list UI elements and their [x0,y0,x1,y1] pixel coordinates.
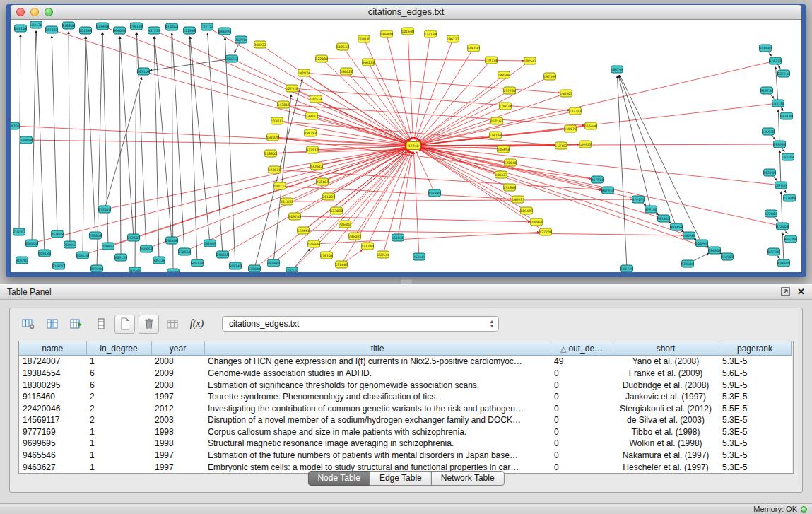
network-edge[interactable] [277,121,407,144]
table-cell[interactable]: 14569117 [19,414,86,426]
table-cell[interactable]: 22420046 [19,402,86,414]
network-edge[interactable] [207,27,408,143]
table-cell[interactable]: 2 [86,414,151,426]
network-edge[interactable] [364,39,411,140]
table-row[interactable]: 969969511998Structural magnetic resonanc… [19,438,791,450]
tab-network-table[interactable]: Network Table [431,471,505,486]
column-header-year[interactable]: year [151,341,204,356]
table-cell[interactable]: Dudbridge et al. (2008) [613,379,719,391]
table-cell[interactable]: 0 [551,414,613,426]
delete-column-icon[interactable] [139,315,159,334]
table-scrollbar[interactable] [792,341,794,473]
table-cell[interactable]: 9463627 [19,461,86,473]
table-cell[interactable]: 9115460 [19,391,86,403]
table-cell[interactable]: 1 [86,461,151,473]
window-titlebar[interactable]: citations_edges.txt [11,5,801,20]
table-cell[interactable]: 18300295 [19,379,86,391]
table-cell[interactable]: 1 [86,356,151,368]
table-cell[interactable]: 0 [551,461,613,473]
table-row[interactable]: 977716911998Corpus callosum shape and si… [19,426,791,438]
tab-edge-table[interactable]: Edge Table [370,471,432,486]
scrollbar-thumb[interactable] [794,343,794,397]
table-cell[interactable]: Tourette syndrome. Phenomenology and cla… [204,391,551,403]
network-edge[interactable] [146,148,408,249]
table-cell[interactable]: 9465546 [19,450,86,462]
network-edge[interactable] [225,37,235,266]
network-edge[interactable] [105,147,407,209]
table-cell[interactable]: 5.3E-5 [719,426,791,438]
table-cell[interactable]: 19384554 [19,368,86,380]
table-cell[interactable]: 9777169 [19,426,86,438]
network-edge[interactable] [83,37,86,255]
table-cell[interactable]: 1997 [151,450,204,462]
close-window-button[interactable] [16,8,25,16]
table-row[interactable]: 911546021997Tourette syndrome. Phenomeno… [19,391,791,403]
network-edge[interactable] [19,35,20,232]
column-header-out-degree[interactable]: △out_de… [551,341,613,356]
close-panel-icon[interactable]: ✕ [797,286,805,297]
network-edge[interactable] [287,148,408,201]
table-row[interactable]: 1830029562008Estimation of significance … [19,379,791,391]
import-table-icon[interactable] [66,315,87,334]
network-edge[interactable] [420,148,714,250]
table-cell[interactable]: Yano et al. (2008) [613,356,719,368]
rename-table-icon[interactable] [163,315,183,334]
table-row[interactable]: 1872400712008Changes of HCN gene express… [19,356,791,368]
table-cell[interactable]: 1997 [151,461,204,473]
network-view[interactable]: 1724011254311803016640910154812213919613… [11,20,801,272]
zoom-window-button[interactable] [45,8,53,16]
table-cell[interactable]: 1998 [151,438,204,450]
table-cell[interactable]: 49 [551,356,613,368]
column-header-title[interactable]: title [204,341,551,356]
table-cell[interactable]: Estimation of significance thresholds fo… [204,379,551,391]
table-cell[interactable]: Structural magnetic resonance image aver… [204,438,551,450]
table-cell[interactable]: 5.3E-5 [719,438,791,450]
table-cell[interactable]: Wolkin et al. (1998) [613,438,719,450]
table-cell[interactable]: Investigating the contribution of common… [204,402,551,414]
network-edge[interactable] [86,37,95,235]
network-edge[interactable] [618,76,651,209]
table-cell[interactable]: Disruption of a novel member of a sodium… [204,414,551,426]
network-edge[interactable] [154,30,408,143]
table-cell[interactable]: 1998 [151,426,204,438]
network-edge[interactable] [408,31,413,139]
table-cell[interactable]: 0 [551,368,613,380]
new-document-icon[interactable] [114,315,135,334]
table-cell[interactable]: Jankovic et al. (1997) [613,391,719,403]
network-edge[interactable] [280,186,512,199]
network-edge[interactable] [420,147,782,226]
table-cell[interactable]: 0 [551,438,613,450]
table-cell[interactable]: 6 [86,379,151,391]
column-header-short[interactable]: short [613,341,719,356]
network-edge[interactable] [26,140,407,146]
table-cell[interactable]: 0 [551,426,613,438]
table-cell[interactable]: 5.3E-5 [719,356,791,368]
network-edge[interactable] [413,152,419,257]
table-cell[interactable]: 2008 [151,356,204,368]
network-edge[interactable] [32,31,36,243]
table-cell[interactable]: 9699695 [19,438,86,450]
table-cell[interactable]: 2003 [151,414,204,426]
network-edge[interactable] [781,192,782,226]
table-cell[interactable]: Tibbo et al. (1998) [613,426,719,438]
network-edge[interactable] [154,37,159,260]
network-edge[interactable] [619,75,676,227]
table-cell[interactable]: Hescheler et al. (1997) [613,461,719,473]
column-header-pagerank[interactable]: pagerank [719,341,791,356]
network-edge[interactable] [414,34,430,139]
network-edge[interactable] [143,71,407,144]
table-cell[interactable]: 5.3E-5 [719,414,791,426]
table-cell[interactable]: 2008 [151,379,204,391]
network-edge[interactable] [778,110,779,144]
network-edge[interactable] [32,147,407,243]
network-edge[interactable] [417,48,473,140]
table-cell[interactable]: 0 [551,391,613,403]
table-mode-icon[interactable] [18,315,39,334]
table-cell[interactable]: 5.3E-5 [719,391,791,403]
table-cell[interactable]: 1 [86,426,151,438]
table-cell[interactable]: Genome-wide association studies in ADHD. [204,368,551,380]
network-edge[interactable] [208,33,223,255]
table-cell[interactable]: 0 [551,402,613,414]
table-cell[interactable]: 5.6E-5 [719,368,791,380]
table-cell[interactable]: 2 [86,391,151,403]
